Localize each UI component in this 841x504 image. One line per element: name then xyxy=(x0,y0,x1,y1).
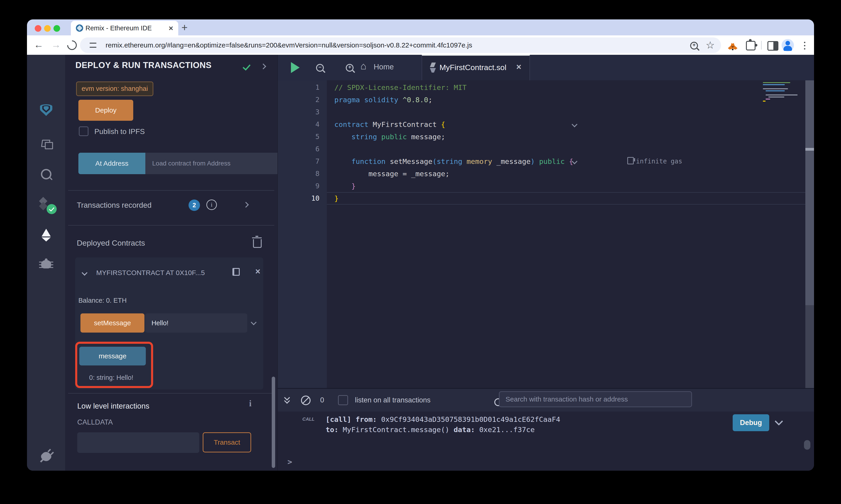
listen-all-tx-checkbox[interactable] xyxy=(338,395,348,405)
code-line[interactable]: } xyxy=(334,192,339,204)
close-tab-icon[interactable]: × xyxy=(169,21,173,35)
at-address-button[interactable]: At Address xyxy=(79,153,145,174)
editor-zoom-in-icon[interactable]: + xyxy=(346,64,354,72)
tx-info-icon[interactable]: i xyxy=(206,199,217,210)
code-line[interactable]: message = _message; xyxy=(334,167,449,180)
divider xyxy=(68,393,274,394)
calldata-label: CALLDATA xyxy=(77,418,113,426)
clear-console-icon[interactable] xyxy=(301,396,311,405)
collapse-terminal-icon[interactable] xyxy=(285,396,289,403)
tx-count-badge: 2 xyxy=(189,199,200,211)
deploy-run-panel: DEPLOY & RUN TRANSACTIONS evm version: s… xyxy=(65,55,277,471)
terminal-scrollbar-thumb[interactable] xyxy=(804,440,810,450)
extensions-puzzle-icon[interactable] xyxy=(746,41,756,51)
editor-tabbar: − + ⌂ Home xyxy=(278,55,814,80)
divider xyxy=(68,225,274,226)
url-bar[interactable]: remix.ethereum.org/#lang=en&optimize=fal… xyxy=(80,37,721,53)
zoom-window-light[interactable] xyxy=(53,25,60,32)
terminal-log[interactable]: CALL [call] from: 0x9Cf934043aD350758391… xyxy=(278,412,814,471)
plugin-manager-plug-icon[interactable] xyxy=(27,452,65,462)
remix-favicon-icon xyxy=(76,24,83,32)
trash-icon[interactable] xyxy=(253,239,262,248)
close-file-tab-icon[interactable]: × xyxy=(516,62,521,72)
code-line[interactable]: string public message; xyxy=(334,130,445,143)
listen-all-tx-label: listen on all transactions xyxy=(355,396,431,404)
code-line[interactable]: function setMessage(string memory _messa… xyxy=(334,155,573,167)
file-explorer-icon[interactable] xyxy=(27,140,65,148)
debugger-bug-icon[interactable] xyxy=(27,260,65,269)
search-icon[interactable] xyxy=(27,169,65,180)
at-address-input[interactable] xyxy=(145,153,287,174)
editor-zoom-out-icon[interactable]: − xyxy=(316,64,324,72)
publish-ipfs-checkbox[interactable] xyxy=(79,126,88,136)
zoom-page-icon[interactable]: + xyxy=(690,42,698,50)
panel-expand-chevron-icon[interactable] xyxy=(260,64,266,69)
debug-button[interactable]: Debug xyxy=(733,414,769,431)
code-line[interactable]: } xyxy=(334,180,356,192)
site-settings-icon[interactable] xyxy=(90,42,97,48)
terminal-toolbar: 0 listen on all transactions xyxy=(278,388,814,412)
code-editor[interactable]: 12345678910 // SPDX-License-Identifier: … xyxy=(278,80,814,388)
expand-log-chevron-icon[interactable] xyxy=(775,417,783,426)
remix-logo-icon[interactable] xyxy=(27,103,65,118)
browser-window: Remix - Ethereum IDE × + ← → remix.ether… xyxy=(27,19,814,471)
browser-tab[interactable]: Remix - Ethereum IDE × xyxy=(71,21,178,35)
panel-title: DEPLOY & RUN TRANSACTIONS xyxy=(75,60,212,70)
fold-chevron-icon[interactable] xyxy=(571,122,577,127)
solidity-file-icon xyxy=(430,62,436,73)
minimize-window-light[interactable] xyxy=(44,25,51,32)
forward-icon[interactable]: → xyxy=(51,35,61,55)
icon-rail: ⚙ xyxy=(27,55,65,471)
tab-myfirstcontract[interactable]: MyFirstContract.sol × xyxy=(422,55,530,80)
new-tab-button[interactable]: + xyxy=(182,21,188,34)
bookmark-star-icon[interactable]: ☆ xyxy=(706,39,715,51)
lowlevel-heading: Low level interactions xyxy=(77,402,150,410)
remove-contract-icon[interactable]: × xyxy=(255,267,260,276)
gas-estimate-note: infinite gas xyxy=(627,155,682,167)
publish-ipfs-label: Publish to IPFS xyxy=(95,127,145,136)
code-rows: // SPDX-License-Identifier: MITpragma so… xyxy=(278,80,814,388)
contract-title: MYFIRSTCONTRACT AT 0X10F...5 xyxy=(96,269,205,277)
setmessage-button[interactable]: setMessage xyxy=(81,313,144,332)
call-badge: CALL xyxy=(302,417,314,422)
url-text[interactable]: remix.ethereum.org/#lang=en&optimize=fal… xyxy=(106,37,472,53)
reload-icon[interactable] xyxy=(65,38,79,52)
transact-button[interactable]: Transact xyxy=(203,432,251,452)
metamask-icon[interactable] xyxy=(727,39,739,51)
panel-check-icon xyxy=(242,62,251,71)
editor-scroll-marker xyxy=(805,148,814,151)
code-line[interactable]: pragma solidity ^0.8.0; xyxy=(334,94,432,106)
evm-version-badge: evm version: shanghai xyxy=(76,82,153,96)
balance-label: Balance: 0. ETH xyxy=(79,297,126,304)
deploy-button[interactable]: Deploy xyxy=(79,100,133,121)
close-window-light[interactable] xyxy=(35,25,41,32)
deploy-run-icon[interactable] xyxy=(27,229,65,242)
editor-scrollbar-thumb[interactable] xyxy=(805,80,814,305)
collapse-contract-chevron-icon[interactable] xyxy=(82,270,87,275)
terminal-prompt: > xyxy=(288,457,292,466)
setmessage-input[interactable] xyxy=(145,313,247,332)
lowlevel-info-icon[interactable]: i xyxy=(249,398,252,408)
panel-scrollbar[interactable] xyxy=(272,377,275,468)
editor-scrollbar[interactable] xyxy=(805,80,814,388)
code-line[interactable]: // SPDX-License-Identifier: MIT xyxy=(334,81,467,94)
back-icon[interactable]: ← xyxy=(34,35,44,55)
side-panel-icon[interactable] xyxy=(768,41,778,51)
gas-pump-icon xyxy=(627,157,634,164)
tx-expand-chevron-icon[interactable] xyxy=(243,202,248,208)
compile-success-badge xyxy=(47,204,57,214)
profile-avatar[interactable] xyxy=(782,39,794,51)
minimap[interactable] xyxy=(763,82,800,110)
terminal-search-input[interactable] xyxy=(499,391,692,407)
tab-home[interactable]: Home xyxy=(374,62,394,71)
run-script-icon[interactable] xyxy=(291,62,299,73)
screenshot-root: Remix - Ethereum IDE × + ← → remix.ether… xyxy=(0,0,841,504)
divider xyxy=(68,190,274,191)
calldata-input[interactable] xyxy=(77,432,199,453)
menu-dots-icon[interactable] xyxy=(804,42,805,43)
copy-address-icon[interactable] xyxy=(233,268,238,276)
home-icon[interactable]: ⌂ xyxy=(360,60,366,72)
expand-setmessage-chevron-icon[interactable] xyxy=(251,319,256,325)
current-line-highlight xyxy=(327,192,805,204)
code-line[interactable]: contract MyFirstContract { xyxy=(334,118,445,130)
